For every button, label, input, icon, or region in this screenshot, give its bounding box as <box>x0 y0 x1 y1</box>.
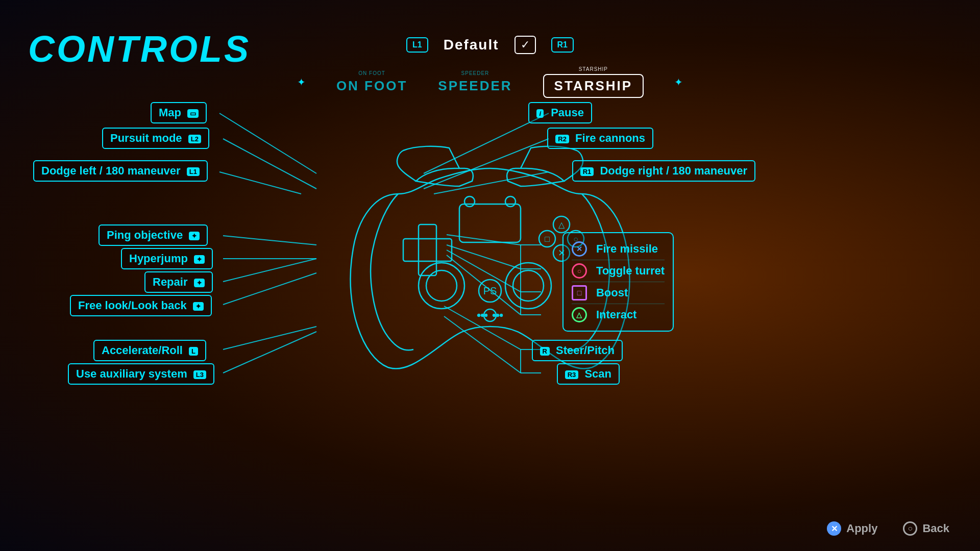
auxiliary-badge: L3 <box>193 370 206 379</box>
face-buttons-group: ✕ Fire missile ○ Toggle turret □ Boost △… <box>562 232 674 332</box>
control-map: Map ▭ <box>151 102 207 123</box>
hyperjump-badge: ✦ <box>194 255 205 264</box>
dodge-left-badge: L1 <box>187 167 200 176</box>
tab-speeder[interactable]: SPEEDER SPEEDER <box>438 70 512 94</box>
control-repair: Repair ✦ <box>144 271 213 293</box>
mode-tabs: ✦ ON FOOT ON FOOT SPEEDER SPEEDER STARSH… <box>0 66 980 98</box>
tab-starship-label: STARSHIP <box>543 74 644 98</box>
tab-on-foot-sublabel: ON FOOT <box>358 70 385 76</box>
svg-point-46 <box>478 314 480 316</box>
tab-on-foot-label: ON FOOT <box>336 78 407 94</box>
svg-line-8 <box>223 332 316 373</box>
apply-button[interactable]: ✕ Apply <box>827 521 877 536</box>
control-steer-pitch: R Steer/Pitch <box>532 340 623 361</box>
free-look-badge: ✦ <box>193 302 204 311</box>
svg-line-0 <box>219 113 316 173</box>
tab-starship[interactable]: STARSHIP STARSHIP <box>543 66 644 98</box>
svg-point-40 <box>513 270 544 301</box>
bottom-buttons: ✕ Apply ○ Back <box>827 521 949 536</box>
svg-text:□: □ <box>545 235 550 243</box>
svg-line-7 <box>223 327 316 349</box>
steer-badge: R <box>540 347 550 356</box>
control-free-look: Free look/Look back ✦ <box>70 295 212 316</box>
control-toggle-turret: ○ Toggle turret <box>572 260 665 282</box>
svg-point-42 <box>505 196 516 207</box>
repair-badge: ✦ <box>194 279 205 287</box>
cross-button-icon: ✕ <box>572 241 587 257</box>
control-interact: △ Interact <box>572 304 665 325</box>
svg-line-1 <box>223 139 316 189</box>
control-pause: i Pause <box>528 102 592 123</box>
control-pursuit-mode: Pursuit mode L2 <box>102 128 209 149</box>
circle-button-icon: ○ <box>572 263 587 279</box>
dpad-right-icon: ✦ <box>674 76 683 88</box>
tab-speeder-sublabel: SPEEDER <box>461 70 489 76</box>
svg-point-37 <box>419 263 464 309</box>
svg-line-2 <box>219 172 301 194</box>
preset-name: Default <box>444 37 499 53</box>
svg-point-41 <box>464 196 475 207</box>
preset-area: L1 Default ✓ R1 <box>0 36 980 54</box>
svg-rect-28 <box>403 239 452 261</box>
svg-text:PS: PS <box>483 285 497 296</box>
triangle-button-icon: △ <box>572 307 587 322</box>
control-boost: □ Boost <box>572 282 665 304</box>
svg-point-38 <box>426 270 457 301</box>
control-auxiliary: Use auxiliary system L3 <box>68 363 214 385</box>
accelerate-badge: L <box>189 347 198 356</box>
control-hyperjump: Hyperjump ✦ <box>121 248 213 269</box>
map-badge: ▭ <box>187 109 199 118</box>
scan-badge: R3 <box>565 370 579 379</box>
svg-point-49 <box>493 314 495 316</box>
control-ping-objective: Ping objective ✦ <box>99 224 208 246</box>
svg-point-48 <box>485 314 487 316</box>
tab-on-foot[interactable]: ON FOOT ON FOOT <box>336 70 407 94</box>
ping-badge: ✦ <box>189 232 200 240</box>
circle-icon: ○ <box>903 521 917 536</box>
dpad-left-icon: ✦ <box>297 76 306 88</box>
svg-point-39 <box>505 263 551 309</box>
control-fire-cannons: R2 Fire cannons <box>547 128 653 149</box>
preset-l1[interactable]: L1 <box>406 37 428 53</box>
back-button[interactable]: ○ Back <box>903 521 949 536</box>
preset-r1[interactable]: R1 <box>551 37 574 53</box>
control-accelerate: Accelerate/Roll L <box>93 340 206 361</box>
pause-badge: i <box>536 109 544 118</box>
svg-text:△: △ <box>558 220 565 229</box>
fire-cannons-badge: R2 <box>555 135 569 143</box>
preset-check: ✓ <box>514 36 536 54</box>
tab-starship-sublabel: STARSHIP <box>579 66 608 72</box>
svg-rect-26 <box>459 204 521 242</box>
cross-icon: ✕ <box>827 521 841 536</box>
pursuit-badge: L2 <box>188 135 201 143</box>
svg-line-3 <box>223 236 316 245</box>
svg-point-47 <box>481 314 483 316</box>
control-dodge-left: Dodge left / 180 maneuver L1 <box>33 160 208 182</box>
control-dodge-right: R1 Dodge right / 180 maneuver <box>572 160 755 182</box>
svg-line-5 <box>223 259 316 282</box>
svg-point-51 <box>500 314 502 316</box>
control-fire-missile: ✕ Fire missile <box>572 238 665 260</box>
square-button-icon: □ <box>572 285 587 300</box>
svg-line-6 <box>223 273 316 305</box>
dodge-right-badge: R1 <box>580 167 594 176</box>
control-scan: R3 Scan <box>557 363 620 385</box>
tab-speeder-label: SPEEDER <box>438 78 512 94</box>
svg-point-50 <box>497 314 499 316</box>
